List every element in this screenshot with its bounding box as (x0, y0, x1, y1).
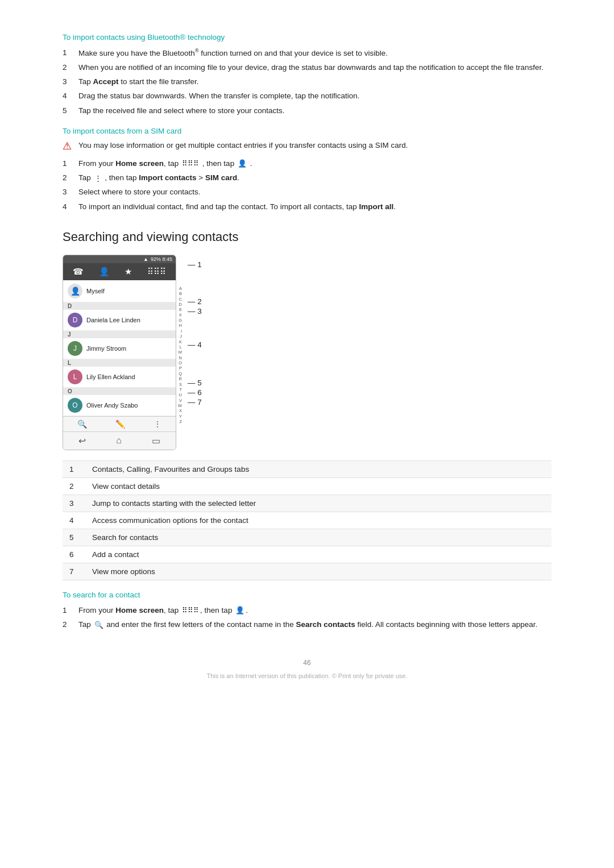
callout-number-cell: 7 (63, 563, 85, 580)
favourites-tab-icon[interactable]: ★ (125, 267, 132, 277)
back-nav-icon[interactable]: ↩ (78, 435, 86, 446)
section-o-label: O (63, 388, 176, 395)
callout-number-cell: 6 (63, 546, 85, 563)
callout-desc-cell: Contacts, Calling, Favourites and Groups… (85, 460, 551, 477)
phone-bottom-bar: ↩ ⌂ ▭ (63, 431, 176, 450)
step-number: 4 (63, 201, 78, 213)
more-action-icon[interactable]: ⋮ (154, 420, 161, 429)
sim-step-3: 3 Select where to store your contacts. (63, 186, 551, 198)
contact-row-jimmy[interactable]: J Jimmy Stroom (63, 338, 176, 359)
sim-warning: ⚠ You may lose information or get multip… (63, 141, 551, 152)
step-text: Tap ⋮ , then tap Import contacts > SIM c… (78, 172, 551, 184)
alpha-sidebar[interactable]: ABCDEFGHIJKLMNOPQRSTUVWXYZ (178, 286, 183, 425)
step-text: Make sure you have the Bluetooth® functi… (78, 47, 551, 59)
contact-name: Oliver Andy Szabo (86, 402, 138, 409)
contact-avatar: L (68, 369, 82, 384)
step-number: 3 (63, 186, 78, 198)
groups-tab-icon[interactable]: ⠿⠿⠿ (147, 267, 166, 277)
step-text: Select where to store your contacts. (78, 186, 551, 198)
step-number: 5 (63, 105, 78, 117)
callout-number-cell: 2 (63, 477, 85, 495)
phone-mockup-area: ▲ 92% 8:45 ☎ 👤 ★ ⠿⠿⠿ 👤 Myself D (63, 255, 176, 450)
sim-steps-list: 1 From your Home screen, tap ⠿⠿⠿ , then … (63, 158, 551, 213)
bluetooth-step-1: 1 Make sure you have the Bluetooth® func… (63, 47, 551, 59)
step-text: Tap Accept to start the file transfer. (78, 76, 551, 88)
table-row: 1 Contacts, Calling, Favourites and Grou… (63, 460, 551, 477)
myself-avatar: 👤 (68, 284, 82, 298)
search-action-icon[interactable]: 🔍 (77, 420, 87, 429)
warning-icon: ⚠ (63, 140, 78, 152)
step-text: Drag the status bar downwards. When the … (78, 90, 551, 102)
footer-note: This is an Internet version of this publ… (63, 672, 551, 679)
calling-tab-icon[interactable]: ☎ (73, 267, 84, 277)
search-steps-list: 1 From your Home screen, tap ⠿⠿⠿, then t… (63, 605, 551, 631)
step-text: Tap the received file and select where t… (78, 105, 551, 117)
search-heading: To search for a contact (63, 591, 551, 599)
menu-icon: ⋮ (94, 173, 102, 184)
myself-label: Myself (86, 288, 105, 294)
callout-number-cell: 1 (63, 460, 85, 477)
phone-mockup: ▲ 92% 8:45 ☎ 👤 ★ ⠿⠿⠿ 👤 Myself D (63, 255, 176, 450)
phone-action-bar: 🔍 ✏️ ⋮ (63, 416, 176, 431)
step-number: 1 (63, 47, 78, 59)
sim-step-2: 2 Tap ⋮ , then tap Import contacts > SIM… (63, 172, 551, 184)
callout-1-number: — 1 (188, 260, 202, 269)
step-text: To import an individual contact, find an… (78, 201, 551, 213)
search-step-2: 2 Tap 🔍 and enter the first few letters … (63, 619, 551, 630)
step-number: 1 (63, 158, 78, 169)
callout-5-number: — 5 (188, 379, 202, 387)
bluetooth-step-2: 2 When you are notified of an incoming f… (63, 62, 551, 73)
section-d-label: D (63, 302, 176, 310)
callout-table: 1 Contacts, Calling, Favourites and Grou… (63, 460, 551, 580)
contact-avatar: D (68, 313, 82, 327)
contact-name: Jimmy Stroom (86, 345, 126, 352)
step-text: Tap 🔍 and enter the first few letters of… (78, 619, 551, 630)
table-row: 2 View contact details (63, 477, 551, 495)
step-number: 3 (63, 76, 78, 88)
callout-7-number: — 7 (188, 398, 202, 406)
contact-row-daniela[interactable]: D Daniela Lee Linden (63, 310, 176, 331)
table-row: 6 Add a contact (63, 546, 551, 563)
table-row: 5 Search for contacts (63, 529, 551, 546)
warning-text: You may lose information or get multiple… (78, 141, 408, 149)
bluetooth-step-5: 5 Tap the received file and select where… (63, 105, 551, 117)
contact-row-oliver[interactable]: O Oliver Andy Szabo (63, 395, 176, 416)
step-text: From your Home screen, tap ⠿⠿⠿, then tap… (78, 605, 551, 616)
callout-number-cell: 3 (63, 495, 85, 512)
section-l-label: L (63, 359, 176, 367)
signal-icon: ▲ (143, 256, 148, 262)
callout-numbers-column: — 1 — 2 — 3 — 4 — 5 — 6 — 7 (188, 255, 202, 408)
grid-icon: ⠿⠿⠿ (182, 158, 199, 169)
callout-desc-cell: Search for contacts (85, 529, 551, 546)
page-number: 46 (303, 659, 310, 667)
bluetooth-heading: To import contacts using Bluetooth® tech… (63, 33, 551, 41)
bluetooth-step-3: 3 Tap Accept to start the file transfer. (63, 76, 551, 88)
callout-3-number: — 3 (188, 307, 202, 315)
callout-6-number: — 6 (188, 388, 202, 397)
table-row: 3 Jump to contacts starting with the sel… (63, 495, 551, 512)
callout-desc-cell: Add a contact (85, 546, 551, 563)
contact-avatar: O (68, 398, 82, 413)
bluetooth-steps-list: 1 Make sure you have the Bluetooth® func… (63, 47, 551, 117)
step-number: 4 (63, 90, 78, 102)
contacts-tab-icon[interactable]: 👤 (99, 267, 110, 277)
recents-nav-icon[interactable]: ▭ (152, 435, 160, 446)
step-number: 1 (63, 605, 78, 616)
step-number: 2 (63, 172, 78, 184)
search-icon: 🔍 (94, 620, 103, 631)
home-nav-icon[interactable]: ⌂ (116, 435, 122, 446)
battery-text: 92% 8:45 (151, 256, 172, 262)
table-row: 4 Access communication options for the c… (63, 512, 551, 529)
myself-row: 👤 Myself (63, 280, 176, 302)
contact-row-lily[interactable]: L Lily Ellen Ackland (63, 367, 176, 388)
contact-name: Daniela Lee Linden (86, 317, 140, 323)
callout-number-cell: 4 (63, 512, 85, 529)
contacts-icon: 👤 (235, 605, 244, 616)
main-section-heading: Searching and viewing contacts (63, 230, 551, 244)
edit-action-icon[interactable]: ✏️ (115, 420, 125, 429)
callout-number-cell: 5 (63, 529, 85, 546)
step-text: When you are notified of an incoming fil… (78, 62, 551, 73)
callout-desc-cell: Access communication options for the con… (85, 512, 551, 529)
callout-2-number: — 2 (188, 297, 202, 306)
step-number: 2 (63, 62, 78, 73)
